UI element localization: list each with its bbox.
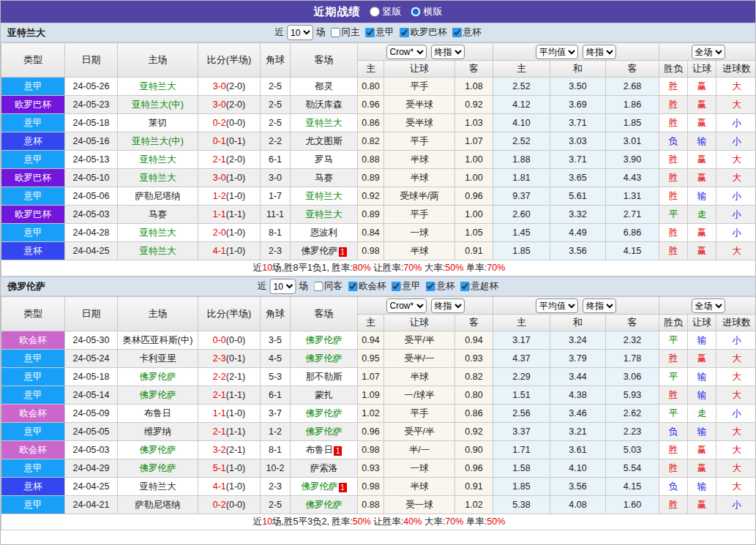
away-team-name[interactable]: 佛罗伦萨 xyxy=(306,426,343,437)
away-team-name[interactable]: 佛罗伦萨 xyxy=(306,500,343,510)
home-team-name[interactable]: 亚特兰大 xyxy=(140,81,176,91)
home-team-name[interactable]: 亚特兰大 xyxy=(140,228,176,238)
away-team-name[interactable]: 布鲁日 xyxy=(306,445,334,455)
result-scope-select-0[interactable]: 全场 xyxy=(692,298,725,313)
away-team-name[interactable]: 佛罗伦萨 xyxy=(302,481,338,492)
odds-source-select-1[interactable]: 终指 xyxy=(431,298,465,313)
filter-option-1[interactable]: 欧会杯 xyxy=(343,280,386,293)
home-team-name[interactable]: 莱切 xyxy=(149,118,167,128)
corner-count: 6-1 xyxy=(261,386,291,405)
away-team-name[interactable]: 都灵 xyxy=(315,81,333,91)
odds-home: 0.80 xyxy=(358,78,384,96)
filter-option-2[interactable]: 意甲 xyxy=(386,280,421,293)
filter-checkbox-1[interactable] xyxy=(365,28,375,37)
home-team-name[interactable]: 奥林匹亚科斯(中) xyxy=(123,335,193,345)
filter-option-0[interactable]: 同客 xyxy=(308,280,343,293)
home-team: 亚特兰大(中) xyxy=(118,132,198,151)
filter-checkbox-3[interactable] xyxy=(452,28,462,37)
odds-source-select-0[interactable]: Crow* xyxy=(386,45,427,59)
filter-checkbox-0[interactable] xyxy=(331,28,340,37)
corner-count: 2-3 xyxy=(261,478,291,496)
filter-checkbox-4[interactable] xyxy=(460,282,470,291)
away-team-name[interactable]: 佛罗伦萨 xyxy=(302,246,338,256)
home-team-name[interactable]: 萨勒尼塔纳 xyxy=(135,191,181,201)
home-team-name[interactable]: 佛罗伦萨 xyxy=(140,390,176,400)
halftime-score: (1-1) xyxy=(226,426,245,437)
games-label: 场 xyxy=(299,280,309,293)
result-handicap: 走 xyxy=(688,206,716,224)
filter-option-4[interactable]: 意超杯 xyxy=(455,280,499,293)
match-date: 24-05-06 xyxy=(65,187,118,206)
avg-home: 1.71 xyxy=(493,441,550,459)
away-team-name[interactable]: 马赛 xyxy=(315,173,333,183)
home-team-name[interactable]: 亚特兰大(中) xyxy=(132,136,184,146)
recent-count-select[interactable]: 10 xyxy=(270,279,296,294)
filter-option-2[interactable]: 欧罗巴杯 xyxy=(394,26,447,39)
filter-option-3[interactable]: 意杯 xyxy=(447,26,482,39)
recent-count-select[interactable]: 10 xyxy=(287,25,313,40)
away-team-name[interactable]: 尤文图斯 xyxy=(306,136,343,146)
home-team-name[interactable]: 亚特兰大 xyxy=(140,246,176,256)
filter-checkbox-2[interactable] xyxy=(392,282,401,291)
table-row: 意杯24-05-16亚特兰大(中)0-1(0-1)2-2尤文图斯0.82平手1.… xyxy=(1,132,756,151)
home-team-name[interactable]: 佛罗伦萨 xyxy=(140,445,176,455)
result-handicap-value: 赢 xyxy=(697,246,707,256)
column-header-2: 主场 xyxy=(118,43,198,78)
away-team-name[interactable]: 亚特兰大 xyxy=(306,191,343,201)
home-team-name[interactable]: 萨勒尼塔纳 xyxy=(135,500,181,510)
filter-option-3[interactable]: 意杯 xyxy=(421,280,455,293)
section-header: 佛罗伦萨近10场同客欧会杯意甲意杯意超杯 xyxy=(1,277,755,296)
result-wdl-value: 胜 xyxy=(669,390,678,400)
result-scope-select-0[interactable]: 全场 xyxy=(692,45,725,59)
home-team-name[interactable]: 亚特兰大 xyxy=(140,173,176,183)
home-team: 亚特兰大 xyxy=(118,169,198,187)
horizontal-radio[interactable] xyxy=(411,7,421,17)
home-team-name[interactable]: 亚特兰大 xyxy=(140,481,176,492)
away-team-name[interactable]: 亚特兰大 xyxy=(306,209,343,219)
home-team-name[interactable]: 马赛 xyxy=(149,209,167,219)
home-team-name[interactable]: 佛罗伦萨 xyxy=(140,372,176,382)
avg-source-select-0[interactable]: 平均值 xyxy=(536,45,578,59)
home-team-name[interactable]: 维罗纳 xyxy=(144,426,172,437)
away-team-name[interactable]: 勒沃库森 xyxy=(306,99,343,110)
home-team-name[interactable]: 亚特兰大 xyxy=(140,154,176,165)
odds-source-select-0[interactable]: Crow* xyxy=(386,298,427,313)
away-team-name[interactable]: 恩波利 xyxy=(310,228,338,238)
odds-source-select-1[interactable]: 终指 xyxy=(431,45,465,59)
summary-segment: 10 xyxy=(262,263,272,273)
filter-checkbox-3[interactable] xyxy=(426,282,435,291)
avg-source-select-0[interactable]: 平均值 xyxy=(536,298,578,313)
filter-option-0[interactable]: 同主 xyxy=(326,26,360,39)
away-team-name[interactable]: 蒙扎 xyxy=(315,390,333,400)
summary-row: 近10场,胜8平1负1, 胜率:80% 让胜率:70% 大率:50% 单率:70… xyxy=(1,260,756,277)
away-team-name[interactable]: 佛罗伦萨 xyxy=(306,408,343,418)
vertical-radio[interactable] xyxy=(370,7,380,17)
result-handicap-value: 赢 xyxy=(697,99,707,110)
filter-checkbox-1[interactable] xyxy=(348,282,357,291)
avg-source-select-1[interactable]: 终指 xyxy=(583,45,616,59)
away-team-name[interactable]: 亚特兰大 xyxy=(306,118,343,128)
home-team-name[interactable]: 卡利亚里 xyxy=(140,353,176,364)
home-team-name[interactable]: 布鲁日 xyxy=(144,408,172,418)
away-team-name[interactable]: 萨索洛 xyxy=(310,463,338,473)
view-option-vertical[interactable]: 竖版 xyxy=(370,5,402,18)
away-team-name[interactable]: 那不勒斯 xyxy=(306,372,343,382)
result-wdl-value: 负 xyxy=(669,481,678,492)
home-team-name[interactable]: 亚特兰大(中) xyxy=(132,99,184,110)
away-team-name[interactable]: 佛罗伦萨 xyxy=(306,353,343,364)
home-team-name[interactable]: 佛罗伦萨 xyxy=(140,463,176,473)
filter-checkbox-2[interactable] xyxy=(400,28,409,37)
view-option-horizontal[interactable]: 横版 xyxy=(411,5,443,18)
avg-away: 2.23 xyxy=(606,423,659,441)
sub-column-header-8: 进球数 xyxy=(716,315,756,331)
away-team-name[interactable]: 佛罗伦萨 xyxy=(306,335,343,345)
fulltime-score: 4-1 xyxy=(213,481,226,492)
avg-source-select-1[interactable]: 终指 xyxy=(583,298,616,313)
away-team-name[interactable]: 罗马 xyxy=(315,154,333,165)
handicap-line: 受半球 xyxy=(384,114,455,132)
fulltime-score: 2-0 xyxy=(213,228,226,238)
filter-bar: 近10场同主意甲欧罗巴杯意杯 xyxy=(275,25,482,40)
filter-option-1[interactable]: 意甲 xyxy=(360,26,394,39)
filter-checkbox-0[interactable] xyxy=(313,282,323,291)
result-goals: 小 xyxy=(716,187,756,206)
